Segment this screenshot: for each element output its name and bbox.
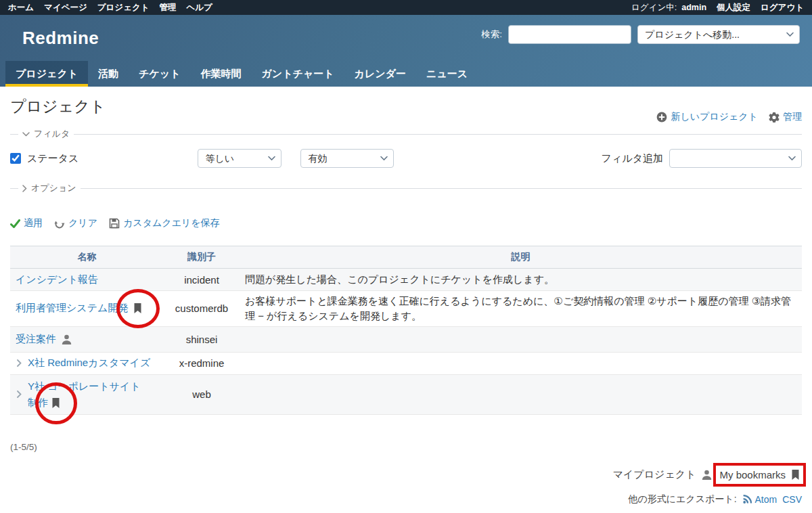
refresh-icon [54, 218, 65, 229]
table-header-row: 名称 識別子 説明 [10, 246, 802, 269]
bookmark-icon [790, 469, 800, 481]
project-identifier: shinsei [164, 326, 240, 352]
add-filter-select[interactable] [669, 149, 802, 168]
my-bookmarks-link[interactable]: My bookmarks [719, 469, 786, 481]
tab-activity[interactable]: 活動 [88, 61, 129, 87]
expand-chevron-icon[interactable] [17, 391, 22, 398]
options-fieldset-legend: オプション [10, 182, 802, 194]
tab-gantt[interactable]: ガントチャート [252, 61, 344, 87]
top-menu-right: ログイン中: admin 個人設定 ログアウト [631, 2, 804, 14]
project-identifier: incident [164, 269, 240, 291]
save-query-button[interactable]: カスタムクエリを保存 [109, 217, 220, 229]
logged-in-user-link[interactable]: admin [681, 3, 706, 12]
new-project-button[interactable]: 新しいプロジェクト [656, 111, 758, 123]
save-icon [109, 218, 120, 229]
plus-circle-icon [656, 112, 667, 122]
topmenu-home[interactable]: ホーム [8, 2, 34, 14]
search-label: 検索: [481, 28, 502, 41]
tab-news[interactable]: ニュース [416, 61, 478, 87]
logged-in-label: ログイン中: [631, 2, 677, 14]
project-link[interactable]: 受注案件 [16, 333, 56, 346]
status-filter-label: ステータス [27, 152, 78, 165]
tab-projects[interactable]: プロジェクト [5, 61, 88, 87]
main-tabs: プロジェクト 活動 チケット 作業時間 ガントチャート カレンダー ニュース [0, 61, 812, 87]
filter-legend-label[interactable]: フィルタ [34, 128, 70, 140]
bookmark-icon [133, 303, 143, 314]
app-header: Redmine 検索: プロジェクトへ移動... プロジェクト 活動 チケット … [0, 15, 812, 87]
status-filter-row: ステータス 等しい 有効 フィルタ追加 [10, 148, 802, 169]
gear-icon [769, 112, 780, 122]
column-header-name[interactable]: 名称 [10, 246, 164, 269]
tab-calendar[interactable]: カレンダー [344, 61, 416, 87]
topmenu-projects[interactable]: プロジェクト [97, 2, 150, 14]
rss-feed-icon [742, 494, 752, 504]
column-header-identifier[interactable]: 識別子 [164, 246, 240, 269]
user-icon [701, 469, 713, 481]
tab-spent-time[interactable]: 作業時間 [191, 61, 252, 87]
clear-button[interactable]: クリア [54, 217, 97, 229]
table-row: インシデント報告 incident 問題が発生した場合、このプロジェクトにチケッ… [10, 269, 802, 291]
contextual-actions: 新しいプロジェクト 管理 [656, 111, 802, 123]
project-description [240, 352, 802, 374]
add-filter-label: フィルタ追加 [602, 152, 663, 165]
project-link[interactable]: Y社 コーポレートサイト制作 [28, 380, 141, 408]
project-link[interactable]: 利用者管理システム開発 [16, 302, 128, 315]
projects-table: 名称 識別子 説明 インシデント報告 incident 問題が発生した場合、この… [10, 246, 802, 415]
export-label: 他の形式にエクスポート: [628, 493, 736, 506]
project-description [240, 326, 802, 352]
project-identifier: customerdb [164, 291, 240, 327]
table-row: 受注案件 shinsei [10, 326, 802, 352]
search-input[interactable] [508, 25, 631, 44]
bookmark-icon [51, 397, 61, 409]
pagination-info: (1-5/5) [10, 442, 802, 452]
status-operator-select[interactable]: 等しい [198, 149, 281, 168]
project-identifier: web [164, 374, 240, 414]
account-settings-link[interactable]: 個人設定 [717, 2, 750, 14]
jump-to-project-select[interactable]: プロジェクトへ移動... [637, 25, 800, 44]
project-link[interactable]: インシデント報告 [16, 273, 98, 285]
my-projects-link[interactable]: マイプロジェクト [613, 468, 696, 481]
user-icon [61, 334, 72, 345]
options-legend-label[interactable]: オプション [31, 182, 76, 194]
export-links-row: 他の形式にエクスポート: Atom CSV [10, 493, 802, 506]
logout-link[interactable]: ログアウト [761, 2, 804, 14]
expand-chevron-icon[interactable] [17, 359, 22, 367]
top-menu-bar: ホーム マイページ プロジェクト 管理 ヘルプ ログイン中: admin 個人設… [0, 0, 812, 15]
collapse-chevron-right-icon[interactable] [22, 185, 27, 192]
quick-filters: マイプロジェクト My bookmarks [10, 468, 802, 481]
status-filter-checkbox[interactable] [10, 153, 21, 164]
table-row: 利用者管理システム開発 customerdb お客様サポートと課金業務を速く正確… [10, 291, 802, 327]
csv-export-link[interactable]: CSV [782, 494, 802, 505]
topmenu-admin[interactable]: 管理 [160, 2, 177, 14]
topmenu-mypage[interactable]: マイページ [44, 2, 87, 14]
tab-issues[interactable]: チケット [129, 61, 190, 87]
filter-fieldset-legend: フィルタ [10, 128, 802, 140]
check-icon [10, 219, 20, 228]
column-header-description[interactable]: 説明 [240, 246, 802, 269]
topmenu-help[interactable]: ヘルプ [187, 2, 212, 14]
collapse-chevron-down-icon[interactable] [22, 132, 30, 137]
administration-link[interactable]: 管理 [769, 111, 802, 123]
project-description: 問題が発生した場合、このプロジェクトにチケットを作成します。 [240, 269, 802, 291]
status-value-select[interactable]: 有効 [300, 149, 394, 168]
query-buttons: 適用 クリア カスタムクエリを保存 [10, 217, 802, 229]
app-logo: Redmine [22, 28, 99, 49]
project-description: お客様サポートと課金業務を速く正確に行えるようにするために、①ご契約情報の管理 … [240, 291, 802, 327]
table-row: Y社 コーポレートサイト制作 web [10, 374, 802, 414]
project-description [240, 374, 802, 414]
table-row: X社 Redmineカスタマイズ x-redmine [10, 352, 802, 374]
project-link[interactable]: X社 Redmineカスタマイズ [28, 357, 150, 370]
project-identifier: x-redmine [164, 352, 240, 374]
atom-export-link[interactable]: Atom [742, 494, 777, 505]
apply-button[interactable]: 適用 [10, 217, 43, 229]
top-menu-left: ホーム マイページ プロジェクト 管理 ヘルプ [8, 2, 212, 14]
